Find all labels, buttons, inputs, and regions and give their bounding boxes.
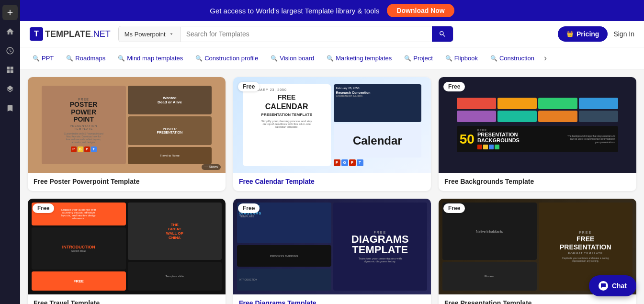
top-banner: Get access to World's largest Template l…: [20, 0, 644, 21]
template-card-travel[interactable]: Free Engage your audience withstunning v…: [28, 199, 226, 304]
chat-label: Chat: [612, 282, 627, 290]
category-nav: 🔍 PPT 🔍 Roadmaps 🔍 Mind map templates 🔍 …: [20, 47, 644, 69]
free-badge-6: Free: [443, 203, 465, 213]
dropdown-label: Ms Powerpoint: [124, 31, 166, 38]
free-badge-5: Free: [238, 203, 260, 213]
template-title-4: Free Travel Template: [28, 294, 226, 304]
search-bar: Ms Powerpoint: [118, 26, 453, 42]
cat-item-flipbook[interactable]: 🔍 Flipbook: [441, 52, 483, 64]
sidebar-icon-recent[interactable]: [2, 43, 18, 58]
logo-brand: TEMPLATE.NET: [45, 29, 111, 39]
download-now-button[interactable]: Download Now: [387, 4, 454, 17]
cat-item-ppt[interactable]: 🔍 PPT: [28, 52, 58, 64]
template-title-2: Free Calendar Template: [233, 173, 431, 191]
templates-grid: Free Free POSTERPOWERPOINT PRESENTATIONT…: [28, 77, 636, 304]
logo[interactable]: T TEMPLATE.NET: [30, 27, 111, 41]
logo-icon: T: [30, 27, 43, 41]
header: T TEMPLATE.NET Ms Powerpoint 👑 Pricing S…: [20, 21, 644, 47]
header-right: 👑 Pricing Sign In: [558, 26, 634, 42]
template-title-3: Free Backgrounds Template: [439, 173, 636, 191]
sidebar-icon-bookmark[interactable]: [2, 101, 18, 116]
search-icon-3: 🔍: [118, 55, 125, 62]
search-type-dropdown[interactable]: Ms Powerpoint: [119, 27, 181, 42]
cat-item-marketing[interactable]: 🔍 Marketing templates: [322, 52, 396, 64]
category-nav-next[interactable]: ›: [542, 51, 549, 65]
search-icon-2: 🔍: [66, 55, 73, 62]
cat-item-construction[interactable]: 🔍 Construction: [486, 52, 539, 64]
search-icon-5: 🔍: [271, 55, 278, 62]
templates-section: Free Free POSTERPOWERPOINT PRESENTATIONT…: [20, 69, 644, 304]
banner-text: Get access to World's largest Template l…: [210, 7, 379, 15]
crown-icon: 👑: [566, 31, 574, 37]
template-card-backgrounds[interactable]: Free: [439, 77, 636, 191]
search-button[interactable]: [432, 26, 453, 42]
search-icon: 🔍: [33, 55, 40, 62]
template-card-poster[interactable]: Free Free POSTERPOWERPOINT PRESENTATIONT…: [28, 77, 226, 191]
template-card-calendar[interactable]: Free FEBRUARY 23, 2050 FREE CALENDAR PRE…: [233, 77, 431, 191]
search-icon-9: 🔍: [490, 55, 497, 62]
cat-item-mind-map[interactable]: 🔍 Mind map templates: [113, 52, 188, 64]
cat-item-vision-board[interactable]: 🔍 Vision board: [266, 52, 319, 64]
template-card-diagrams[interactable]: Free BUSINESS PROCESS DIAGRAMS TEMPLATE …: [233, 199, 431, 304]
sidebar-icon-add[interactable]: [2, 5, 18, 20]
free-badge-3: Free: [443, 82, 465, 91]
search-icon-8: 🔍: [445, 55, 452, 62]
cat-item-roadmaps[interactable]: 🔍 Roadmaps: [61, 52, 110, 64]
free-badge-2: Free: [238, 82, 260, 91]
search-icon-6: 🔍: [327, 55, 334, 62]
sidebar-icon-grid[interactable]: [2, 62, 18, 78]
search-input[interactable]: [181, 26, 432, 42]
sidebar-icon-home[interactable]: [2, 24, 18, 39]
free-badge-4: Free: [33, 203, 54, 213]
sign-in-button[interactable]: Sign In: [613, 30, 634, 38]
template-title: Free Poster Powerpoint Template: [28, 173, 226, 191]
cat-item-project[interactable]: 🔍 Project: [399, 52, 437, 64]
template-title-5: Free Diagrams Template: [233, 294, 431, 304]
chat-icon: [599, 281, 608, 291]
pricing-button[interactable]: 👑 Pricing: [558, 26, 608, 42]
search-icon-4: 🔍: [195, 55, 203, 62]
left-sidebar: [0, 0, 20, 304]
cat-item-construction-profile[interactable]: 🔍 Construction profile: [191, 52, 263, 64]
sidebar-icon-layers[interactable]: [2, 81, 18, 97]
search-icon-7: 🔍: [404, 55, 411, 62]
chat-widget[interactable]: Chat: [589, 275, 636, 296]
